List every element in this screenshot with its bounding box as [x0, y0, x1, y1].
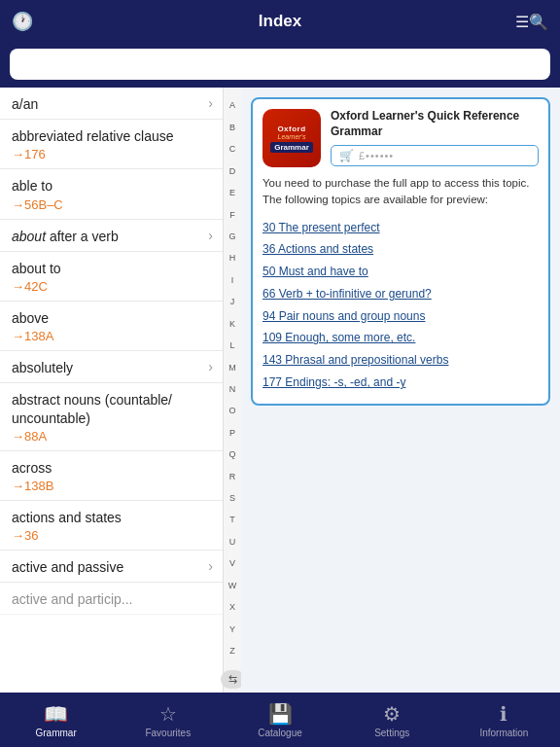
- cart-icon: 🛒: [339, 149, 354, 162]
- tab-catalogue-label: Catalogue: [258, 728, 302, 738]
- alpha-S[interactable]: S: [229, 492, 235, 506]
- item-ref: →138B: [12, 479, 53, 493]
- list-item[interactable]: able to →56B–C: [0, 169, 223, 219]
- alpha-J[interactable]: J: [230, 296, 235, 309]
- alpha-K[interactable]: K: [229, 318, 235, 332]
- list-item[interactable]: absolutely ›: [0, 351, 223, 383]
- alpha-T[interactable]: T: [229, 514, 235, 527]
- alpha-Q[interactable]: Q: [228, 448, 235, 462]
- item-title: about to: [12, 261, 61, 276]
- alpha-I[interactable]: I: [231, 274, 234, 288]
- list-item[interactable]: a/an ›: [0, 88, 223, 120]
- item-ref: →36: [12, 528, 38, 543]
- price-text: £••••••: [359, 150, 394, 161]
- list-item[interactable]: about to →42C: [0, 252, 223, 302]
- list-item[interactable]: active and particip...: [0, 583, 223, 615]
- item-ref: →88A: [12, 429, 47, 444]
- alpha-Z[interactable]: Z: [229, 645, 235, 658]
- item-title: above: [12, 310, 49, 326]
- favourites-icon: ☆: [159, 702, 177, 726]
- list-item[interactable]: actions and states →36: [0, 501, 223, 551]
- page-title: Index: [259, 12, 301, 31]
- alphabet-sidebar: A B C D E F G H I J K L M N O P Q R S T …: [224, 88, 241, 693]
- list-item[interactable]: abstract nouns (countable/ uncountable) …: [0, 383, 223, 450]
- header-right-icons[interactable]: ☰🔍: [515, 13, 548, 31]
- clock-icon: 🕐: [12, 11, 33, 32]
- alpha-B[interactable]: B: [229, 122, 235, 135]
- item-ref: →138A: [12, 329, 53, 343]
- tab-information[interactable]: ℹ Information: [448, 693, 560, 747]
- alpha-W[interactable]: W: [228, 580, 237, 593]
- header: 🕐 Index ☰🔍: [0, 0, 560, 43]
- oxford-card-title: Oxford Learner's Quick Reference Grammar: [331, 109, 539, 139]
- catalogue-icon: 💾: [268, 702, 293, 726]
- item-title: able to: [12, 178, 52, 194]
- oxford-card-header: Oxford Learner's Grammar Oxford Learner'…: [262, 109, 539, 167]
- preview-link-177[interactable]: 177 Endings: -s, -ed, and -y: [262, 372, 539, 394]
- alpha-A[interactable]: A: [229, 99, 235, 113]
- alpha-U[interactable]: U: [229, 536, 236, 550]
- tab-settings[interactable]: ⚙ Settings: [336, 693, 448, 747]
- alpha-N[interactable]: N: [229, 383, 236, 397]
- chevron-right-icon: ›: [208, 95, 213, 111]
- alpha-M[interactable]: M: [228, 362, 236, 375]
- alpha-D[interactable]: D: [229, 165, 236, 179]
- preview-link-143[interactable]: 143 Phrasal and prepositional verbs: [262, 349, 539, 372]
- alpha-E[interactable]: E: [229, 187, 235, 200]
- right-panel: Oxford Learner's Grammar Oxford Learner'…: [241, 88, 560, 693]
- list-item[interactable]: abbreviated relative clause →176: [0, 120, 223, 169]
- oxford-description: You need to purchase the full app to acc…: [262, 175, 539, 209]
- item-title: abstract nouns (countable/ uncountable): [12, 392, 172, 425]
- chevron-right-icon: ›: [208, 558, 213, 574]
- list-item[interactable]: across →138B: [0, 451, 223, 501]
- alpha-X[interactable]: X: [229, 601, 235, 615]
- information-icon: ℹ: [500, 702, 508, 726]
- list-item[interactable]: active and passive ›: [0, 551, 223, 583]
- alpha-H[interactable]: H: [229, 252, 236, 266]
- search-bar-container: [0, 43, 560, 88]
- search-input[interactable]: [10, 49, 550, 80]
- tab-favourites-label: Favourites: [145, 728, 191, 738]
- alpha-L[interactable]: L: [229, 339, 234, 353]
- oxford-card: Oxford Learner's Grammar Oxford Learner'…: [251, 97, 550, 406]
- tab-grammar[interactable]: 📖 Grammar: [0, 693, 112, 747]
- item-title: abbreviated relative clause: [12, 128, 174, 144]
- item-title: actions and states: [12, 510, 122, 525]
- alpha-O[interactable]: O: [228, 405, 235, 418]
- list-search-icon[interactable]: ☰🔍: [515, 13, 548, 31]
- item-title: a/an: [12, 96, 38, 112]
- item-ref: →42C: [12, 279, 48, 294]
- alpha-V[interactable]: V: [229, 557, 235, 571]
- preview-link-30[interactable]: 30 The present perfect: [262, 217, 539, 239]
- alpha-R[interactable]: R: [229, 471, 236, 484]
- alpha-Y[interactable]: Y: [229, 623, 235, 637]
- item-title: absolutely: [12, 360, 73, 375]
- alpha-P[interactable]: P: [229, 427, 235, 441]
- item-title: active and particip...: [12, 591, 133, 607]
- main-area: a/an › abbreviated relative clause →176 …: [0, 88, 560, 693]
- tab-grammar-label: Grammar: [35, 728, 76, 738]
- preview-link-109[interactable]: 109 Enough, some more, etc.: [262, 327, 539, 349]
- list-item[interactable]: about after a verb ›: [0, 220, 223, 252]
- header-left-icons: 🕐: [12, 11, 33, 32]
- oxford-card-info: Oxford Learner's Quick Reference Grammar…: [331, 109, 539, 166]
- list-item[interactable]: above →138A: [0, 302, 223, 351]
- preview-link-94[interactable]: 94 Pair nouns and group nouns: [262, 305, 539, 328]
- alpha-C[interactable]: C: [229, 143, 236, 157]
- grammar-icon: 📖: [44, 702, 68, 726]
- alpha-G[interactable]: G: [228, 231, 235, 244]
- chevron-right-icon: ›: [208, 228, 213, 243]
- tab-information-label: Information: [479, 728, 528, 738]
- index-list: a/an › abbreviated relative clause →176 …: [0, 88, 224, 693]
- settings-icon: ⚙: [383, 702, 401, 726]
- preview-link-66[interactable]: 66 Verb + to-infinitive or gerund?: [262, 283, 539, 305]
- oxford-logo-grammar: Grammar: [270, 142, 313, 153]
- tab-favourites[interactable]: ☆ Favourites: [112, 693, 224, 747]
- alpha-F[interactable]: F: [229, 209, 235, 223]
- preview-link-36[interactable]: 36 Actions and states: [262, 238, 539, 261]
- tab-settings-label: Settings: [374, 728, 409, 738]
- preview-link-50[interactable]: 50 Must and have to: [262, 261, 539, 283]
- item-ref: →176: [12, 147, 46, 161]
- purchase-button[interactable]: 🛒 £••••••: [331, 145, 539, 166]
- tab-catalogue[interactable]: 💾 Catalogue: [224, 693, 335, 747]
